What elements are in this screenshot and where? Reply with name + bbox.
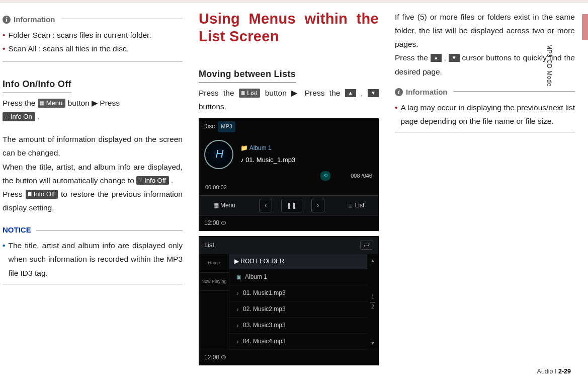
- para-restore: Press ≣Info Off to restore the previous …: [3, 187, 183, 214]
- track-counter: 008 /046: [351, 171, 372, 181]
- frac-top: 1: [371, 294, 374, 299]
- bullet-dot-icon: •: [3, 28, 5, 42]
- para-press-info-on: ≣Info On .: [3, 110, 183, 123]
- list-item: ♪03. Music3.mp3: [229, 318, 367, 334]
- label: Menu: [220, 202, 235, 209]
- track-line: ♪ 01. Music_1.mp3: [240, 155, 373, 166]
- elapsed-time: 00:00:02: [199, 183, 378, 195]
- shot-header: Disc MP3: [199, 119, 378, 134]
- footer-sep: I: [555, 368, 558, 375]
- item-label: 01. Music1.mp3: [243, 288, 286, 298]
- column-2: Using Menus within the List Screen Movin…: [199, 10, 379, 365]
- info-bullet-1: • Folder Scan : scans files in current f…: [3, 28, 183, 42]
- info-off-chip-2: ≣Info Off: [26, 190, 58, 199]
- side-tab-color: [582, 14, 588, 40]
- prev-icon: ‹: [259, 199, 272, 212]
- note-icon: ♪: [236, 305, 239, 314]
- track-name: 01. Music_1.mp3: [245, 156, 295, 164]
- list-side: Home Now Playing: [199, 254, 229, 350]
- footer-section: Audio: [537, 368, 553, 375]
- notice-bullet-text: The title, artist and album info are dis…: [8, 239, 183, 279]
- item-label: Album 1: [245, 272, 267, 282]
- info-icon: [3, 16, 11, 24]
- page-fraction: 1— 2: [370, 294, 375, 310]
- information-heading: Information: [3, 13, 183, 26]
- notice-heading: NOTICE: [3, 223, 183, 237]
- main-heading: Using Menus within the List Screen: [199, 10, 379, 45]
- item-label: 03. Music3.mp3: [243, 320, 286, 331]
- folder-icon: ▣: [236, 273, 241, 282]
- root-label: ROOT FOLDER: [240, 258, 284, 265]
- item-label: 02. Music2.mp3: [243, 304, 286, 315]
- note-icon: ♪: [236, 289, 239, 298]
- scroll-up-icon: ▲: [370, 256, 375, 265]
- column-1: Information • Folder Scan : scans files …: [3, 10, 183, 365]
- notice-label: NOTICE: [3, 223, 31, 237]
- hyundai-logo-icon: H: [204, 140, 233, 169]
- grid-icon: ▦: [40, 101, 44, 106]
- information-label: Information: [14, 13, 55, 26]
- down-chip: ▼: [368, 89, 379, 97]
- list-item: ▣Album 1: [229, 269, 367, 285]
- label: List: [355, 202, 365, 209]
- text: buttons.: [199, 102, 226, 111]
- next-icon: ›: [311, 199, 324, 212]
- list-title: List: [204, 240, 214, 251]
- note-icon: ♪: [236, 321, 239, 330]
- heading-rule: [61, 19, 183, 19]
- information-heading-2: Information: [395, 86, 575, 99]
- list-item: ♪01. Music1.mp3: [229, 285, 367, 301]
- up-chip: ▲: [431, 54, 442, 62]
- list-top: List ⮐: [199, 237, 378, 254]
- album-name: Album 1: [249, 144, 272, 151]
- page-footer: Audio I 2-29: [537, 368, 571, 375]
- info-off-chip: ≣Info Off: [136, 176, 169, 185]
- text: Press the: [199, 89, 239, 97]
- down-chip: ▼: [449, 54, 460, 62]
- chip-label: List: [247, 89, 257, 97]
- information-label: Information: [406, 86, 448, 99]
- info-icon: [395, 88, 403, 96]
- home-btn: Home: [199, 254, 229, 273]
- column-3: If five (5) or more files or folders exi…: [395, 10, 575, 365]
- list-softkey: ≣ List: [348, 200, 364, 211]
- clock-value: 12:00: [204, 219, 219, 226]
- pause-icon: ❚❚: [281, 199, 302, 212]
- text: button ▶ Press: [68, 99, 120, 107]
- item-label: 04. Music4.mp3: [243, 336, 286, 347]
- list-icon: ≣: [28, 192, 32, 197]
- para-five-files: If five (5) or more files or folders exi…: [395, 10, 575, 51]
- frac-bot: 2: [371, 304, 374, 310]
- list-button-chip: ≣List: [239, 89, 260, 98]
- bullet-dot-icon: •: [3, 42, 5, 55]
- chip-label: Info Off: [34, 190, 55, 198]
- shot-row2: ⟲ 008 /046: [199, 171, 378, 183]
- list-icon: ≣: [241, 91, 245, 96]
- subheading-info-onoff: Info On/Info Off: [3, 77, 71, 94]
- heading-rule: [454, 91, 575, 92]
- note-icon: ♪: [236, 337, 239, 346]
- info-bullet-1-text: Folder Scan : scans files in current fol…: [8, 28, 183, 42]
- shot-body: H 📁 Album 1 ♪ 01. Music_1.mp3: [199, 135, 378, 171]
- clock-value: 12:00: [204, 354, 219, 361]
- chip-label: Info Off: [144, 177, 165, 185]
- divider: [3, 61, 183, 61]
- list-icon: ≣: [5, 114, 9, 119]
- text: .: [171, 176, 173, 185]
- back-icon: ⮐: [360, 241, 373, 250]
- menu-button-chip: ▦Menu: [38, 99, 66, 108]
- transport: ‹ ❚❚ ›: [259, 199, 324, 212]
- shot-controls: ▦ Menu ‹ ❚❚ › ≣ List: [199, 195, 378, 215]
- subheading-moving: Moving between Lists: [199, 66, 296, 84]
- track-meta: 📁 Album 1 ♪ 01. Music_1.mp3: [240, 143, 373, 166]
- clock: 12:00 ⏲: [199, 350, 378, 365]
- para-press-menu: Press the ▦Menu button ▶ Press: [3, 96, 183, 110]
- info-bullet-2: • Scan All : scans all files in the disc…: [3, 42, 183, 55]
- clock: 12:00 ⏲: [199, 215, 378, 231]
- up-chip: ▲: [345, 89, 356, 97]
- para-auto-change: When the title, artist, and album info a…: [3, 160, 183, 187]
- para-cursor: Press the ▲ , ▼ cursor buttons to quickl…: [395, 51, 575, 78]
- divider: [3, 284, 183, 284]
- heading-rule: [36, 230, 183, 231]
- repeat-icon: ⟲: [320, 171, 330, 181]
